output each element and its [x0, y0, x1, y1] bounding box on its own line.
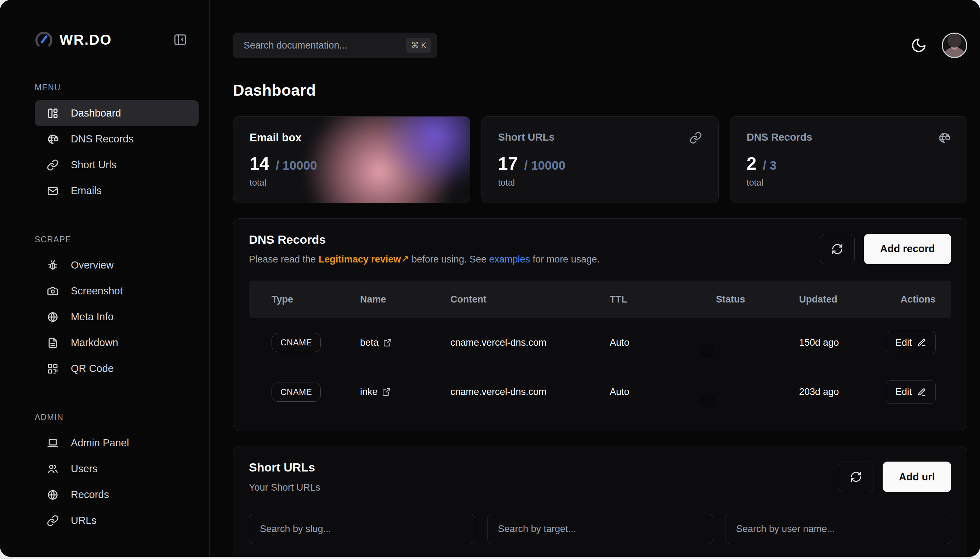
desc-text: for more usage. [530, 254, 600, 265]
search-by-slug-input[interactable] [249, 514, 475, 544]
examples-link[interactable]: examples [489, 254, 530, 265]
stats-cards: Email box 14 / 10000 total Short URLs 17 [233, 116, 967, 203]
search-by-target-input[interactable] [487, 514, 713, 544]
sidebar-item-label: Records [71, 489, 109, 501]
sidebar-item-meta-info[interactable]: Meta Info [35, 304, 199, 330]
sidebar-item-label: Markdown [71, 337, 118, 349]
globe-icon [47, 489, 59, 501]
sidebar-header: WR.DO [35, 30, 199, 49]
users-icon [47, 463, 59, 475]
globe-lock-icon [938, 131, 950, 144]
file-text-icon [47, 337, 59, 349]
column-header: Name [360, 294, 450, 305]
section-label: ADMIN [35, 413, 199, 422]
globe-lock-icon [47, 133, 59, 145]
sidebar-item-short-urls[interactable]: Short Urls [35, 152, 199, 178]
sidebar-item-label: Screenshot [71, 285, 123, 297]
add-record-button[interactable]: Add record [864, 234, 951, 264]
refresh-button[interactable] [839, 461, 873, 492]
doc-search-input[interactable] [244, 40, 406, 51]
sidebar-item-dashboard[interactable]: Dashboard [35, 100, 199, 126]
stat-caption: total [747, 177, 950, 188]
column-header: Content [450, 294, 610, 305]
dns-panel-title: DNS Records [249, 233, 600, 246]
add-url-button[interactable]: Add url [883, 461, 951, 492]
dns-table: Type Name Content TTL Status Updated Act… [249, 281, 951, 417]
external-link-icon [383, 338, 392, 347]
short-urls-filters [249, 514, 951, 544]
sidebar-section-menu: MENU Dashboard DNS Records Short Urls Em… [35, 83, 199, 204]
mail-icon [47, 185, 59, 197]
stat-card-title: DNS Records [747, 131, 812, 143]
laptop-icon [47, 437, 59, 449]
sidebar-section-admin: ADMIN Admin Panel Users Records URLs [35, 413, 199, 534]
stat-card-title: Email box [249, 131, 301, 144]
search-shortcut-badge: ⌘ K [406, 38, 431, 53]
stat-caption: total [249, 177, 454, 188]
column-header: Type [272, 294, 360, 305]
sidebar-item-label: DNS Records [71, 133, 134, 145]
stat-value: 14 [249, 154, 269, 174]
link-icon [47, 515, 59, 527]
sidebar-item-admin-panel[interactable]: Admin Panel [35, 430, 199, 456]
column-header: Status [716, 294, 799, 305]
sidebar-item-markdown[interactable]: Markdown [35, 330, 199, 356]
search-by-user-name-input[interactable] [725, 514, 951, 544]
external-link-icon [382, 387, 391, 396]
pencil-icon [917, 338, 926, 347]
sidebar-item-emails[interactable]: Emails [35, 178, 199, 204]
section-label: SCRAPE [35, 235, 199, 245]
edit-label: Edit [895, 387, 912, 397]
section-label: MENU [35, 83, 199, 93]
layout-dashboard-icon [47, 108, 59, 119]
edit-record-button[interactable]: Edit [886, 380, 936, 404]
sidebar-item-label: Meta Info [71, 311, 114, 323]
short-urls-subtitle: Your Short URLs [249, 482, 320, 493]
sidebar-item-label: QR Code [71, 363, 114, 374]
record-type-badge: CNAME [272, 333, 321, 352]
pencil-icon [917, 387, 926, 397]
table-row: CNAME inke cname.vercel-dns.com Auto 203… [249, 367, 951, 417]
link-icon [47, 159, 59, 171]
stat-denominator: / 10000 [524, 158, 566, 172]
dns-panel-description: Please read the Legitimacy review↗ befor… [249, 254, 600, 265]
table-row: CNAME beta cname.vercel-dns.com Auto 150… [249, 318, 951, 367]
sidebar-item-overview[interactable]: Overview [35, 252, 199, 278]
desc-text: before using. See [409, 254, 489, 265]
short-urls-title: Short URLs [249, 460, 320, 474]
sidebar-item-users[interactable]: Users [35, 456, 199, 482]
stat-caption: total [498, 177, 702, 188]
record-type-badge: CNAME [272, 383, 321, 402]
qr-code-icon [47, 363, 59, 375]
stat-denominator: / 3 [763, 158, 777, 172]
stat-value: 17 [498, 154, 518, 174]
legitimacy-review-link[interactable]: Legitimacy review [318, 254, 401, 265]
refresh-button[interactable] [820, 234, 855, 264]
record-updated: 150d ago [799, 337, 886, 348]
stat-denominator: / 10000 [276, 158, 317, 172]
app-window: WR.DO MENU Dashboard DNS Records Short U… [0, 0, 980, 557]
dns-records-panel: DNS Records Please read the Legitimacy r… [233, 218, 967, 431]
sidebar-item-records[interactable]: Records [35, 482, 199, 508]
sidebar-item-label: Dashboard [71, 108, 121, 119]
record-name-link[interactable]: beta [360, 337, 450, 348]
record-name-link[interactable]: inke [360, 387, 450, 397]
record-content: cname.vercel-dns.com [450, 337, 610, 348]
desc-text: Please read the [249, 254, 318, 265]
toggle-knob [700, 393, 715, 408]
user-avatar[interactable] [942, 33, 967, 58]
sidebar-item-urls[interactable]: URLs [35, 508, 199, 534]
bug-icon [47, 259, 59, 271]
sidebar-item-label: Overview [71, 259, 114, 271]
sidebar-item-dns-records[interactable]: DNS Records [35, 126, 199, 152]
sidebar-item-qr-code[interactable]: QR Code [35, 356, 199, 382]
sidebar: WR.DO MENU Dashboard DNS Records Short U… [0, 0, 210, 557]
camera-icon [47, 285, 59, 297]
edit-record-button[interactable]: Edit [886, 331, 936, 354]
theme-toggle-moon-icon[interactable] [911, 37, 927, 53]
column-header: TTL [610, 294, 716, 305]
sidebar-collapse-icon[interactable] [173, 33, 187, 47]
sidebar-item-screenshot[interactable]: Screenshot [35, 278, 199, 304]
arrow-up-right-icon: ↗ [401, 254, 409, 265]
sidebar-section-scrape: SCRAPE Overview Screenshot Meta Info Mar… [35, 235, 199, 382]
